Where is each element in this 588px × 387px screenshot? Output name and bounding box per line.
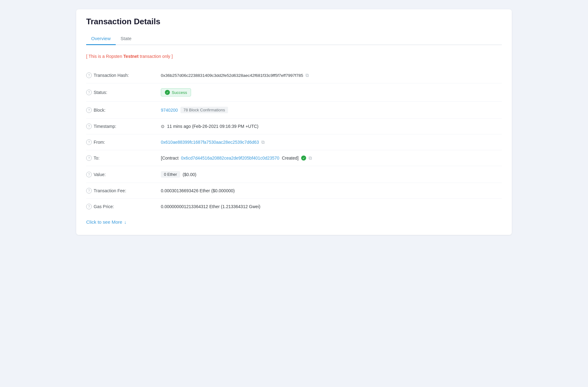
ether-value-badge: 0 Ether: [161, 171, 180, 178]
value-help-icon[interactable]: ?: [86, 172, 92, 177]
status-label: ? Status:: [86, 90, 155, 95]
timestamp-value: ⊙ 11 mins ago (Feb-26-2021 09:16:39 PM +…: [161, 124, 502, 129]
testnet-banner: [ This is a Ropsten Testnet transaction …: [86, 51, 502, 61]
tx-hash-help-icon[interactable]: ?: [86, 72, 92, 78]
from-value: 0x610ae88399fc1687fa7530aac28ec2539c7d6d…: [161, 139, 502, 145]
from-help-icon[interactable]: ?: [86, 139, 92, 145]
page-title: Transaction Details: [86, 17, 502, 26]
to-help-icon[interactable]: ?: [86, 155, 92, 161]
tx-hash-copy-icon[interactable]: ⧉: [306, 72, 309, 78]
tab-overview[interactable]: Overview: [86, 33, 116, 45]
from-copy-icon[interactable]: ⧉: [261, 139, 265, 145]
row-transaction-hash: ? Transaction Hash: 0x36b257d06c22388314…: [86, 68, 502, 83]
clock-icon: ⊙: [161, 124, 165, 129]
value-content: 0 Ether ($0.00): [161, 171, 502, 178]
timestamp-help-icon[interactable]: ?: [86, 124, 92, 129]
gas-price-label: ? Gas Price:: [86, 204, 155, 209]
block-help-icon[interactable]: ?: [86, 107, 92, 113]
block-label: ? Block:: [86, 107, 155, 113]
status-value: ✓ Success: [161, 88, 502, 96]
gas-price-value: 0.000000001213364312 Ether (1.213364312 …: [161, 204, 502, 209]
block-number-link[interactable]: 9740200: [161, 108, 178, 113]
row-to: ? To: [Contract 0x6cd7d44516a20882cea2de…: [86, 150, 502, 166]
row-gas-price: ? Gas Price: 0.000000001213364312 Ether …: [86, 199, 502, 214]
tx-fee-value: 0.00030136693426 Ether ($0.000000): [161, 188, 502, 193]
tab-state[interactable]: State: [116, 33, 137, 45]
to-value: [Contract 0x6cd7d44516a20882cea2de9f205b…: [161, 155, 502, 161]
block-value: 9740200 78 Block Confirmations: [161, 107, 502, 113]
value-label: ? Value:: [86, 172, 155, 177]
tab-bar: Overview State: [86, 33, 502, 45]
to-label: ? To:: [86, 155, 155, 161]
block-confirmations-badge: 78 Block Confirmations: [180, 107, 228, 113]
row-value: ? Value: 0 Ether ($0.00): [86, 166, 502, 183]
from-address-link[interactable]: 0x610ae88399fc1687fa7530aac28ec2539c7d6d…: [161, 140, 259, 145]
row-timestamp: ? Timestamp: ⊙ 11 mins ago (Feb-26-2021 …: [86, 119, 502, 134]
tx-hash-label: ? Transaction Hash:: [86, 72, 155, 78]
status-check-icon: ✓: [165, 90, 170, 95]
row-transaction-fee: ? Transaction Fee: 0.00030136693426 Ethe…: [86, 183, 502, 199]
timestamp-label: ? Timestamp:: [86, 124, 155, 129]
transaction-details-card: Transaction Details Overview State [ Thi…: [76, 9, 512, 235]
tx-fee-label: ? Transaction Fee:: [86, 188, 155, 194]
tx-hash-value: 0x36b257d06c2238831409c3dd2fe52d6328aec4…: [161, 72, 502, 78]
to-contract-link[interactable]: 0x6cd7d44516a20882cea2de9f205bf401c0d235…: [181, 156, 279, 161]
arrow-down-icon: ↓: [124, 219, 127, 225]
status-badge: ✓ Success: [161, 88, 191, 96]
tx-fee-help-icon[interactable]: ?: [86, 188, 92, 194]
row-block: ? Block: 9740200 78 Block Confirmations: [86, 102, 502, 119]
status-help-icon[interactable]: ?: [86, 90, 92, 95]
gas-price-help-icon[interactable]: ?: [86, 204, 92, 209]
row-from: ? From: 0x610ae88399fc1687fa7530aac28ec2…: [86, 134, 502, 150]
contract-created-check-icon: ✓: [301, 156, 306, 161]
to-copy-icon[interactable]: ⧉: [309, 155, 312, 161]
row-status: ? Status: ✓ Success: [86, 83, 502, 102]
from-label: ? From:: [86, 139, 155, 145]
click-to-see-more-link[interactable]: Click to see More ↓: [86, 219, 126, 225]
